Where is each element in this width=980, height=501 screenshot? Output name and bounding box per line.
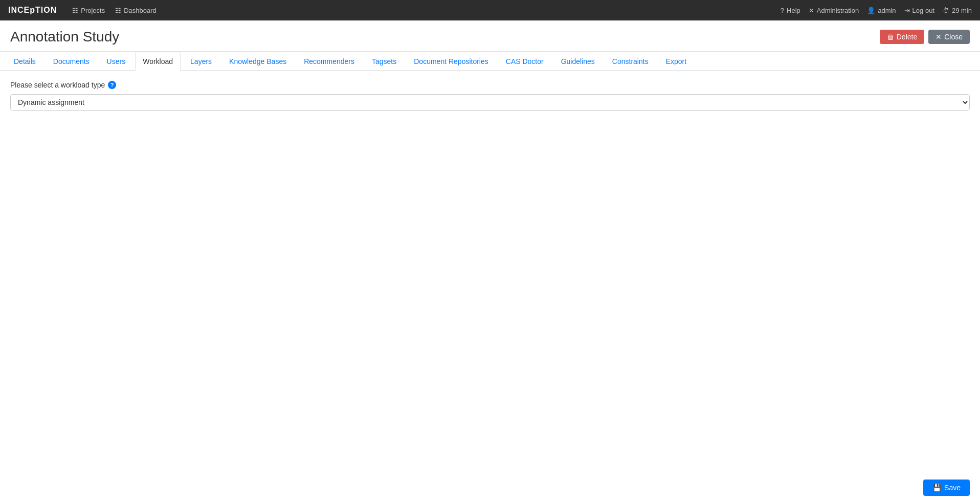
content-area: Please select a workload type ? Dynamic … [0,71,980,378]
session-timer: ⏱ 29 min [943,7,972,14]
close-icon: ✕ [936,33,942,41]
page-title: Annotation Study [10,29,119,45]
save-button[interactable]: 💾 Save [923,480,970,496]
tabs-container: DetailsDocumentsUsersWorkloadLayersKnowl… [0,52,980,71]
close-button[interactable]: ✕ Close [928,30,970,44]
tab-cas-doctor[interactable]: CAS Doctor [498,52,551,71]
delete-icon: 🗑 [887,33,894,41]
tab-layers[interactable]: Layers [183,52,219,71]
header-buttons: 🗑 Delete ✕ Close [880,30,970,44]
close-label: Close [944,33,963,41]
dashboard-link[interactable]: ☷ Dashboard [115,7,157,14]
tab-tagsets[interactable]: Tagsets [364,52,404,71]
main-container: Annotation Study 🗑 Delete ✕ Close Detail… [0,20,980,501]
tab-export[interactable]: Export [658,52,694,71]
logout-label: Log out [912,7,934,14]
user-icon: 👤 [867,7,875,14]
tab-recommenders[interactable]: Recommenders [296,52,362,71]
save-label: Save [944,484,961,492]
navbar: INCEpTION ☷ Projects ☷ Dashboard ? Help … [0,0,980,20]
session-label: 29 min [952,7,972,14]
delete-button[interactable]: 🗑 Delete [880,30,924,44]
tab-details[interactable]: Details [6,52,43,71]
tab-constraints[interactable]: Constraints [605,52,656,71]
projects-icon: ☷ [72,7,78,14]
help-tooltip-icon[interactable]: ? [108,81,116,89]
clock-icon: ⏱ [943,7,949,14]
user-link[interactable]: 👤 admin [867,7,896,14]
tab-documents[interactable]: Documents [46,52,97,71]
logout-link[interactable]: ⇥ Log out [904,7,934,14]
dashboard-icon: ☷ [115,7,121,14]
workload-type-select[interactable]: Dynamic assignmentStatic assignment [10,94,970,111]
page-header: Annotation Study 🗑 Delete ✕ Close [0,20,980,52]
logout-icon: ⇥ [904,7,910,14]
projects-link[interactable]: ☷ Projects [72,7,105,14]
tab-users[interactable]: Users [99,52,133,71]
projects-label: Projects [81,7,105,14]
footer-bar: 💾 Save [913,474,980,501]
administration-label: Administration [817,7,859,14]
navbar-right: ? Help ✕ Administration 👤 admin ⇥ Log ou… [781,7,972,14]
workload-type-label: Please select a workload type [10,81,105,89]
help-icon: ? [781,7,784,14]
tab-document-repositories[interactable]: Document Repositories [406,52,496,71]
help-link[interactable]: ? Help [781,7,800,14]
administration-link[interactable]: ✕ Administration [809,7,859,14]
workload-type-row: Please select a workload type ? [10,81,970,89]
help-label: Help [787,7,800,14]
delete-label: Delete [897,33,917,41]
user-label: admin [878,7,896,14]
tab-workload[interactable]: Workload [135,52,181,71]
tab-guidelines[interactable]: Guidelines [553,52,603,71]
dashboard-label: Dashboard [124,7,157,14]
save-icon: 💾 [932,484,941,492]
app-brand: INCEpTION [8,6,57,15]
administration-icon: ✕ [809,7,814,14]
tab-knowledge-bases[interactable]: Knowledge Bases [221,52,294,71]
